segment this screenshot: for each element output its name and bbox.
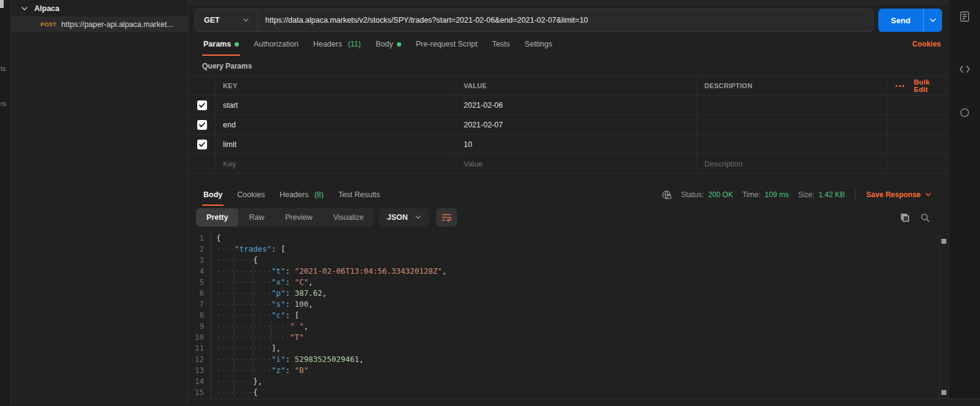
param-key-cell[interactable]: end [216, 115, 456, 134]
code-line: 1{ [189, 233, 948, 244]
send-options-caret[interactable] [924, 9, 942, 32]
collections-sidebar: Alpaca POST https://paper-api.alpaca.mar… [11, 0, 189, 406]
param-value-cell[interactable]: 2021-02-06 [456, 96, 697, 115]
sidebar-request-item[interactable]: POST https://paper-api.alpaca.market... [11, 17, 188, 32]
code-snippet-icon[interactable] [959, 65, 970, 73]
response-tabs-list: BodyCookiesHeaders (8)Test Results [196, 184, 388, 206]
bulk-edit-link[interactable]: Bulk Edit [914, 78, 940, 93]
view-tab-preview[interactable]: Preview [274, 208, 322, 227]
gutter [211, 233, 216, 244]
gutter [211, 387, 216, 398]
response-scrollbar[interactable] [939, 234, 948, 399]
cookies-link[interactable]: Cookies [912, 40, 941, 48]
more-options-icon[interactable] [895, 85, 904, 87]
view-tab-visualize[interactable]: Visualize [323, 208, 374, 227]
param-description-cell[interactable] [697, 115, 888, 134]
copy-icon[interactable] [900, 213, 910, 222]
param-value-cell[interactable]: 10 [456, 135, 697, 154]
tab-label: Body [375, 40, 393, 48]
request-tabs: ParamsAuthorizationHeaders (11)BodyPre-r… [189, 32, 948, 56]
scrollbar-fragment [0, 0, 4, 8]
param-checkbox[interactable] [197, 120, 207, 130]
view-mode-segment: PrettyRawPreviewVisualize [196, 208, 374, 227]
param-actions-cell [888, 96, 948, 115]
indent-guide: ···· [216, 266, 235, 277]
scrollbar-thumb[interactable] [941, 239, 946, 244]
code-token: "T" [290, 332, 304, 343]
code-token: , [442, 266, 447, 277]
view-tab-raw[interactable]: Raw [238, 208, 274, 227]
tab-params[interactable]: Params [196, 32, 246, 56]
line-number: 11 [189, 343, 211, 354]
code-token: "i" [271, 354, 285, 365]
indent-guide: ···· [234, 321, 253, 332]
line-number: 15 [189, 387, 211, 398]
param-description-cell[interactable] [697, 96, 888, 115]
size-label: Size: [798, 190, 815, 199]
indent-guide: ···· [252, 354, 271, 365]
gutter [211, 277, 216, 288]
resp-tab-cookies[interactable]: Cookies [230, 184, 272, 206]
documentation-icon[interactable] [960, 11, 970, 22]
code-line: 12············"i": 52983525029461, [189, 354, 948, 365]
save-response-button[interactable]: Save Response [866, 190, 931, 199]
code-token: : [285, 299, 295, 310]
param-actions-cell [888, 154, 948, 173]
param-description-placeholder[interactable]: Description [697, 154, 888, 173]
line-number: 1 [189, 233, 211, 244]
param-key-cell[interactable]: start [216, 96, 456, 115]
code-line: 13············"z": "B" [189, 365, 948, 376]
tab-tests[interactable]: Tests [484, 32, 517, 56]
code-token: "trades" [235, 244, 271, 255]
indent-guide: ···· [216, 354, 235, 365]
comments-icon[interactable] [960, 108, 970, 118]
chevron-down-icon [243, 18, 249, 22]
network-lock-icon[interactable] [662, 190, 672, 200]
resp-tab-body[interactable]: Body [196, 184, 230, 206]
scrollbar-thumb[interactable] [941, 390, 946, 395]
format-select[interactable]: JSON [379, 208, 429, 227]
indent-guide: ···· [216, 288, 235, 299]
method-select[interactable]: GET [195, 9, 258, 31]
code-token: : [ [285, 310, 300, 321]
indent-guide: ···· [252, 343, 271, 354]
tab-pre-request-script[interactable]: Pre-request Script [409, 32, 485, 56]
indent-guide: ···· [252, 310, 271, 321]
tab-label: Visualize [333, 213, 364, 222]
view-tab-pretty[interactable]: Pretty [196, 208, 238, 227]
wrap-lines-button[interactable] [436, 208, 457, 227]
line-number: 5 [189, 277, 211, 288]
tab-settings[interactable]: Settings [518, 32, 560, 56]
send-button[interactable]: Send [878, 9, 942, 32]
gutter [211, 321, 216, 332]
url-input[interactable]: https://data.alpaca.markets/v2/stocks/SP… [258, 16, 873, 24]
gutter [211, 266, 216, 277]
params-header-row: KEY VALUE DESCRIPTION Bulk Edit [189, 76, 948, 96]
header-key: KEY [216, 77, 456, 95]
tab-body[interactable]: Body [368, 32, 409, 56]
tab-authorization[interactable]: Authorization [246, 32, 306, 56]
collection-row-alpaca[interactable]: Alpaca [11, 0, 188, 17]
check-icon [199, 122, 205, 127]
param-description-cell[interactable] [697, 135, 888, 154]
param-checkbox[interactable] [197, 140, 207, 149]
param-key-placeholder[interactable]: Key [216, 154, 456, 173]
line-number: 9 [189, 321, 211, 332]
url-bar: GET https://data.alpaca.markets/v2/stock… [189, 4, 948, 32]
param-key-cell[interactable]: limit [216, 135, 456, 154]
response-header: BodyCookiesHeaders (8)Test Results Statu… [189, 184, 948, 206]
param-value-placeholder[interactable]: Value [456, 154, 697, 173]
indent-guide: ···· [234, 332, 253, 343]
send-label[interactable]: Send [878, 9, 924, 32]
resp-tab-test-results[interactable]: Test Results [331, 184, 387, 206]
search-icon[interactable] [921, 213, 930, 222]
param-value-cell[interactable]: 2021-02-07 [456, 115, 697, 134]
response-body-viewer[interactable]: 1{2····"trades": [3········{4···········… [189, 229, 948, 398]
param-checkbox[interactable] [197, 100, 207, 110]
code-token: 52983525029461 [295, 354, 359, 365]
tab-headers[interactable]: Headers (11) [306, 32, 368, 56]
indent-guide: ···· [252, 299, 271, 310]
code-token: , [359, 354, 364, 365]
code-token: "t" [271, 266, 285, 277]
resp-tab-headers[interactable]: Headers (8) [272, 184, 331, 206]
